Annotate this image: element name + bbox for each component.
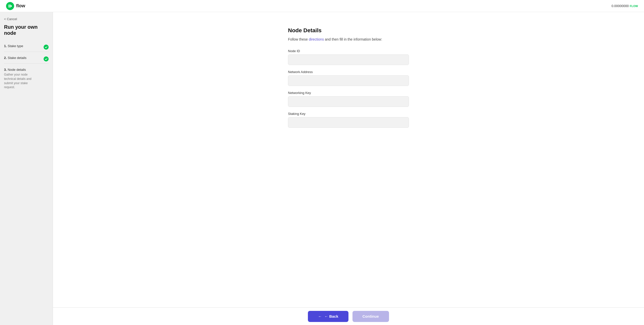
- node-id-input[interactable]: [288, 54, 409, 65]
- form-area: Node Details Follow these directions and…: [53, 12, 644, 325]
- step-1-label: 1. Stake type: [4, 44, 23, 48]
- networking-key-group: Networking Key: [288, 91, 409, 107]
- logo-text: flow: [16, 3, 25, 9]
- continue-button[interactable]: Continue: [352, 311, 389, 322]
- back-button[interactable]: ← ← Back: [308, 311, 348, 322]
- sidebar-title: Run your own node: [4, 24, 49, 36]
- step-1: 1. Stake type: [4, 42, 49, 52]
- main-content-area: Node Details Follow these directions and…: [53, 12, 644, 325]
- step-3: 3. Node details Gather your node technic…: [4, 66, 49, 91]
- svg-point-1: [10, 5, 12, 7]
- staking-key-group: Staking Key: [288, 112, 409, 128]
- step-1-check: [44, 45, 49, 50]
- step-3-label: 3. Node details: [4, 68, 39, 72]
- balance-area: 0.00000000 FLOW: [611, 4, 638, 8]
- step-2-check: [44, 56, 49, 61]
- form-title: Node Details: [288, 27, 409, 34]
- networking-key-input[interactable]: [288, 96, 409, 107]
- directions-link[interactable]: directions: [309, 37, 324, 41]
- form-subtitle: Follow these directions and then fill in…: [288, 37, 409, 42]
- layout: < Cancel Run your own node 1. Stake type…: [0, 12, 644, 325]
- step-2-label: 2. Stake details: [4, 56, 26, 60]
- topbar: flow 0.00000000 FLOW: [0, 0, 644, 12]
- sidebar: < Cancel Run your own node 1. Stake type…: [0, 12, 53, 325]
- cancel-link[interactable]: < Cancel: [4, 17, 49, 21]
- balance-currency: FLOW: [630, 5, 638, 8]
- step-2: 2. Stake details: [4, 54, 49, 64]
- networking-key-label: Networking Key: [288, 91, 409, 95]
- balance-amount: 0.00000000: [611, 4, 629, 8]
- node-id-group: Node ID: [288, 49, 409, 65]
- logo-area: flow: [6, 2, 25, 10]
- form-container: Node Details Follow these directions and…: [288, 27, 409, 133]
- network-address-group: Network Address: [288, 70, 409, 86]
- flow-logo-icon: [6, 2, 14, 10]
- step-3-description: Gather your node technical details and s…: [4, 73, 39, 89]
- footer: ← ← Back Continue: [53, 307, 644, 325]
- back-arrow-icon: ←: [318, 314, 322, 318]
- network-address-input[interactable]: [288, 75, 409, 86]
- staking-key-label: Staking Key: [288, 112, 409, 116]
- network-address-label: Network Address: [288, 70, 409, 74]
- node-id-label: Node ID: [288, 49, 409, 53]
- staking-key-input[interactable]: [288, 117, 409, 128]
